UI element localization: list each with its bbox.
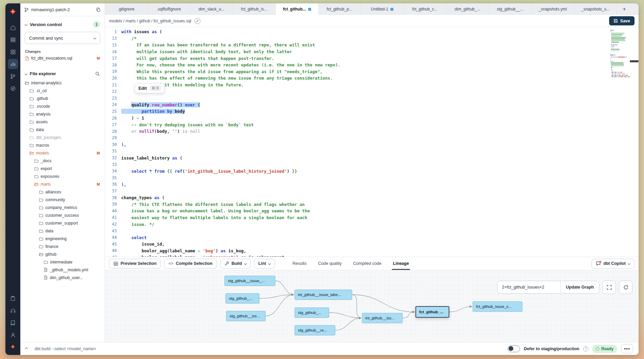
code-line: 36), bbox=[105, 181, 639, 188]
lineage-node[interactable]: fct_github_... bbox=[415, 306, 449, 318]
rail-item-headset[interactable] bbox=[8, 305, 18, 316]
editor-tab[interactable]: fct_github_is... bbox=[233, 3, 276, 15]
lineage-node[interactable]: stg_github__re... bbox=[295, 325, 335, 335]
result-tab-lineage[interactable]: Lineage bbox=[387, 257, 414, 270]
lineage-node[interactable]: int_github__iss... bbox=[362, 313, 403, 323]
lineage-node[interactable]: stg_github_... bbox=[295, 308, 329, 318]
rail-item-git-branch[interactable] bbox=[8, 71, 18, 81]
rail-item-dbt-flame[interactable] bbox=[8, 342, 18, 352]
editor-tab[interactable]: .gitignore bbox=[105, 3, 148, 15]
lineage-node[interactable]: stg_github__issue_... bbox=[224, 276, 275, 286]
breadcrumb-link-icon[interactable] bbox=[194, 18, 200, 24]
defer-toggle[interactable] bbox=[508, 345, 520, 352]
result-tab-results[interactable]: Results bbox=[287, 257, 313, 270]
rail-item-develop[interactable] bbox=[8, 59, 18, 69]
minimap[interactable] bbox=[610, 30, 630, 78]
tree-item[interactable]: _docs bbox=[20, 157, 105, 165]
editor-tab[interactable]: fct_github_p... bbox=[318, 3, 361, 15]
search-icon[interactable] bbox=[95, 71, 100, 76]
tree-item[interactable]: _github__models.yml bbox=[20, 266, 105, 274]
editor-tab[interactable]: fct_github... bbox=[276, 3, 318, 15]
code-line: 22 bbox=[105, 88, 639, 95]
lineage-node[interactable]: fct_github_issue_s... bbox=[473, 301, 522, 312]
editor-tab[interactable]: _snapshots.yml bbox=[532, 3, 574, 15]
tree-item[interactable]: .ci_cd bbox=[20, 87, 105, 94]
tree-item[interactable]: engineering bbox=[20, 235, 105, 242]
tree-item[interactable]: intermediate bbox=[20, 258, 105, 266]
file-explorer-header[interactable]: File explorer bbox=[20, 66, 105, 78]
dbt-copilot-button[interactable]: dbt Copilot bbox=[592, 259, 635, 269]
editor-tab[interactable]: stg_github__... bbox=[489, 3, 532, 15]
rail-item-home[interactable] bbox=[8, 22, 18, 33]
editor-toolbar: Preview SelectionCompile SelectionBuildL… bbox=[105, 257, 639, 270]
tree-item-label: customer_support bbox=[45, 221, 78, 226]
editor-tab[interactable]: .sqlfluffignore bbox=[148, 3, 190, 15]
editor-tab[interactable]: dim_github_... bbox=[446, 3, 489, 15]
lineage-node[interactable]: stg_github__iss... bbox=[226, 311, 265, 321]
rail-item-compass[interactable] bbox=[8, 83, 18, 93]
update-graph-button[interactable]: Update Graph bbox=[560, 281, 599, 293]
tree-item[interactable]: .github bbox=[20, 94, 105, 102]
tree-item[interactable]: github bbox=[20, 250, 105, 258]
tree-item[interactable]: customer_success bbox=[20, 211, 105, 219]
tree-item[interactable]: data bbox=[20, 126, 105, 133]
copy-branch-icon[interactable] bbox=[96, 7, 101, 12]
fullscreen-icon[interactable] bbox=[602, 280, 616, 294]
tree-item[interactable]: internal-analytics bbox=[20, 79, 105, 87]
tree-item[interactable]: alliances bbox=[20, 188, 105, 196]
result-tab-compiled-code[interactable]: Compiled code bbox=[347, 257, 387, 270]
tree-item[interactable]: modelsM bbox=[20, 149, 105, 157]
tree-item[interactable]: community bbox=[20, 196, 105, 204]
build-button[interactable]: Build bbox=[220, 259, 251, 269]
tree-item[interactable]: dim_github_user... bbox=[20, 274, 105, 281]
line-number: 33 bbox=[105, 162, 121, 167]
more-options-button[interactable]: ••• bbox=[621, 344, 633, 353]
rail-item-clipboard[interactable] bbox=[8, 293, 18, 303]
code-editor[interactable]: Edit ⌘ B 1with issues as (13 /*15 If an … bbox=[105, 27, 639, 257]
lineage-filter-input[interactable] bbox=[497, 281, 560, 293]
tree-item[interactable]: customer_support bbox=[20, 219, 105, 227]
scrollbar-thumb[interactable] bbox=[630, 60, 639, 62]
refresh-icon[interactable] bbox=[619, 280, 632, 294]
editor-tab[interactable]: fct_github_c... bbox=[404, 3, 446, 15]
code-line: 37 bbox=[105, 188, 639, 194]
tree-item[interactable]: exposures bbox=[20, 172, 105, 180]
preview-selection-button[interactable]: Preview Selection bbox=[109, 259, 161, 269]
lint-button[interactable]: Lint bbox=[254, 259, 275, 269]
editor-tab[interactable]: dim_slack_u... bbox=[190, 3, 233, 15]
lineage-node[interactable]: stg_github_... bbox=[226, 293, 259, 303]
editor-tab[interactable]: _snapshots_s... bbox=[574, 3, 617, 15]
save-button[interactable]: Save bbox=[609, 16, 635, 25]
compile-selection-button[interactable]: Compile Selection bbox=[164, 259, 217, 269]
new-tab-button[interactable]: + bbox=[617, 3, 632, 15]
code-text: ) = 1 bbox=[121, 115, 144, 121]
changed-file-row[interactable]: fct_dbt_invocations.sql M bbox=[20, 55, 105, 62]
version-control-header[interactable]: Version control 1 bbox=[20, 16, 105, 30]
tree-item[interactable]: export bbox=[20, 165, 105, 172]
tree-item[interactable]: data bbox=[20, 227, 105, 235]
tree-item[interactable]: macros bbox=[20, 141, 105, 149]
tree-item[interactable]: analysis bbox=[20, 110, 105, 118]
result-tab-code-quality[interactable]: Code quality bbox=[313, 257, 348, 270]
minimap-line bbox=[611, 42, 630, 43]
tree-item[interactable]: company_metrics bbox=[20, 204, 105, 211]
dbt-command-input[interactable] bbox=[33, 346, 508, 351]
tree-item[interactable]: .vscode bbox=[20, 102, 105, 110]
lineage-node[interactable]: int_github__issue_labe... bbox=[295, 290, 352, 300]
commit-and-sync-button[interactable]: Commit and sync bbox=[25, 32, 100, 44]
rail-item-dbt-logo[interactable] bbox=[8, 7, 18, 17]
tree-item[interactable]: assets bbox=[20, 118, 105, 126]
editor-tab[interactable]: Untitled-1 bbox=[361, 3, 404, 15]
tree-item[interactable]: finance bbox=[20, 242, 105, 250]
tree-item[interactable]: martsM bbox=[20, 180, 105, 188]
tree-item[interactable]: dbt_packages bbox=[20, 133, 105, 141]
rail-item-book[interactable] bbox=[8, 318, 18, 328]
rail-item-apps[interactable] bbox=[8, 47, 18, 57]
collapse-panel-icon[interactable] bbox=[20, 342, 33, 355]
line-number: 13 bbox=[105, 36, 121, 41]
help-icon[interactable]: ? bbox=[583, 346, 588, 352]
button-label: Build bbox=[232, 261, 242, 266]
edit-tooltip[interactable]: Edit ⌘ B bbox=[135, 83, 165, 93]
rail-item-profile[interactable] bbox=[8, 330, 18, 340]
rail-item-warehouse[interactable] bbox=[8, 35, 18, 45]
